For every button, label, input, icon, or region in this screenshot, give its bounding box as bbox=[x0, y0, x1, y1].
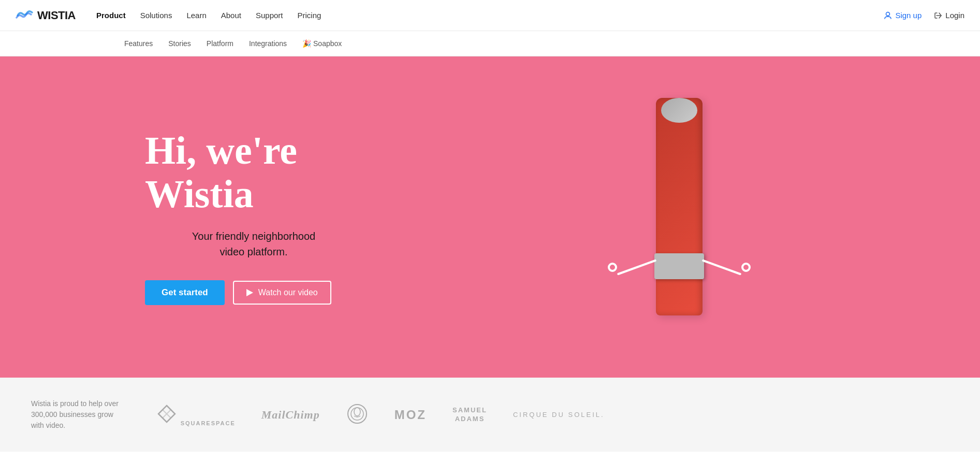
nav-link-support[interactable]: Support bbox=[256, 11, 283, 20]
nav-sub-platform[interactable]: Platform bbox=[207, 39, 233, 48]
hero-image-area bbox=[441, 56, 980, 378]
svg-point-2 bbox=[351, 408, 363, 420]
stapler-circle-right bbox=[741, 263, 751, 272]
nav-sub-stories[interactable]: Stories bbox=[168, 39, 191, 48]
starbucks-logo-icon bbox=[346, 402, 369, 425]
nav-link-about[interactable]: About bbox=[221, 11, 241, 20]
logos-list: SQUARESPACE MailChimp MOZ SAMUELADAMS CI… bbox=[155, 402, 605, 427]
signup-button[interactable]: Sign up bbox=[884, 11, 922, 20]
starbucks-logo bbox=[346, 402, 369, 427]
stapler-decoration bbox=[633, 82, 726, 352]
stapler-arm-right bbox=[702, 259, 742, 275]
svg-point-0 bbox=[886, 12, 890, 16]
stapler-mechanism bbox=[654, 253, 704, 279]
logo-text: WISTIA bbox=[37, 9, 76, 22]
mailchimp-logo: MailChimp bbox=[261, 408, 320, 422]
play-icon bbox=[246, 289, 253, 296]
get-started-button[interactable]: Get started bbox=[145, 280, 225, 305]
nav-link-pricing[interactable]: Pricing bbox=[298, 11, 321, 20]
moz-logo: MOZ bbox=[394, 408, 427, 422]
hero-content: Hi, we're Wistia Your friendly neighborh… bbox=[0, 88, 404, 346]
nav-auth: Sign up Login bbox=[884, 11, 964, 20]
user-icon bbox=[884, 11, 892, 20]
nav-primary: WISTIA Product Solutions Learn About Sup… bbox=[0, 0, 980, 31]
stapler-body bbox=[656, 98, 703, 315]
squarespace-logo: SQUARESPACE bbox=[155, 402, 236, 427]
cirque-du-soleil-logo: CIRQUE DU SOLEIL. bbox=[513, 411, 605, 419]
nav-sub-features[interactable]: Features bbox=[124, 39, 153, 48]
nav-link-product[interactable]: Product bbox=[96, 11, 126, 20]
stapler-circle-left bbox=[608, 263, 617, 272]
nav-secondary: Features Stories Platform Integrations 🎉… bbox=[0, 31, 980, 56]
login-icon bbox=[934, 11, 942, 20]
nav-link-learn[interactable]: Learn bbox=[186, 11, 206, 20]
svg-point-3 bbox=[354, 408, 360, 416]
hero-buttons: Get started Watch our video bbox=[145, 280, 362, 305]
login-button[interactable]: Login bbox=[934, 11, 964, 20]
stapler-top-cap bbox=[661, 98, 697, 123]
squarespace-logo-icon bbox=[155, 402, 178, 425]
samuel-adams-logo: SAMUELADAMS bbox=[452, 406, 487, 424]
hero-title: Hi, we're Wistia bbox=[145, 129, 362, 215]
nav-link-solutions[interactable]: Solutions bbox=[140, 11, 172, 20]
logo-area[interactable]: WISTIA bbox=[16, 9, 76, 22]
hero-section: Hi, we're Wistia Your friendly neighborh… bbox=[0, 56, 980, 378]
logos-description: Wistia is proud to help over 300,000 bus… bbox=[31, 398, 124, 431]
wistia-logo-icon bbox=[16, 10, 34, 21]
nav-primary-links: Product Solutions Learn About Support Pr… bbox=[96, 11, 884, 20]
nav-sub-integrations[interactable]: Integrations bbox=[249, 39, 287, 48]
logos-section: Wistia is proud to help over 300,000 bus… bbox=[0, 378, 980, 452]
hero-subtitle: Your friendly neighborhoodvideo platform… bbox=[145, 228, 362, 260]
nav-sub-soapbox[interactable]: 🎉 Soapbox bbox=[302, 39, 342, 48]
top-navigation: WISTIA Product Solutions Learn About Sup… bbox=[0, 0, 980, 56]
watch-video-button[interactable]: Watch our video bbox=[233, 281, 331, 305]
stapler-arm-left bbox=[617, 259, 657, 275]
